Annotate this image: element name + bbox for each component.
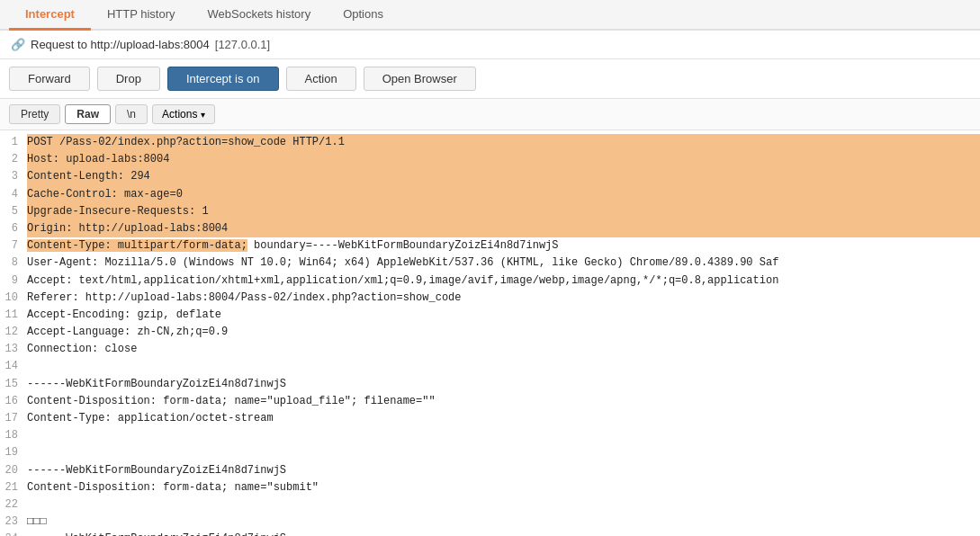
forward-button[interactable]: Forward [9, 67, 90, 91]
toolbar: Forward Drop Intercept is on Action Open… [0, 59, 980, 99]
line-number: 7 [0, 237, 27, 255]
line-content: Content-Type: application/octet-stream [27, 410, 980, 427]
line-number: 3 [0, 168, 27, 185]
line-number: 8 [0, 255, 27, 272]
line-content: ------WebKitFormBoundaryZoizEi4n8d7inwjS [27, 376, 980, 393]
info-ip: [127.0.0.1] [215, 38, 270, 51]
code-area: 1POST /Pass-02/index.php?action=show_cod… [0, 130, 980, 536]
line-content: POST /Pass-02/index.php?action=show_code… [27, 134, 980, 151]
ln-button[interactable]: \n [115, 104, 148, 124]
tab-intercept[interactable]: Intercept [9, 0, 91, 31]
line-number: 17 [0, 410, 27, 427]
line-content: Content-Disposition: form-data; name="up… [27, 393, 980, 410]
line-number: 9 [0, 272, 27, 290]
code-line-13: 13Connection: close [0, 341, 980, 358]
tab-websockets-history[interactable]: WebSockets history [192, 0, 328, 31]
line-content: ------WebKitFormBoundaryZoizEi4n8d7inwjS [27, 462, 980, 479]
line-number: 22 [0, 496, 27, 514]
info-bar: 🔗 Request to http://upload-labs:8004 [12… [0, 31, 980, 59]
code-line-23: 23□□□ [0, 514, 980, 531]
line-content: User-Agent: Mozilla/5.0 (Windows NT 10.0… [27, 255, 980, 272]
line-content: Connection: close [27, 341, 980, 358]
code-line-3: 3Content-Length: 294 [0, 168, 980, 185]
code-line-5: 5Upgrade-Insecure-Requests: 1 [0, 203, 980, 220]
line-content: Origin: http://upload-labs:8004 [27, 220, 980, 237]
code-line-15: 15------WebKitFormBoundaryZoizEi4n8d7inw… [0, 376, 980, 393]
code-line-1: 1POST /Pass-02/index.php?action=show_cod… [0, 134, 980, 151]
code-line-10: 10Referer: http://upload-labs:8004/Pass-… [0, 290, 980, 307]
line-number: 12 [0, 324, 27, 341]
line-content: Content-Length: 294 [27, 168, 980, 185]
drop-button[interactable]: Drop [97, 67, 160, 91]
code-line-19: 19 [0, 444, 980, 461]
line-content: Accept-Encoding: gzip, deflate [27, 307, 980, 324]
line-number: 21 [0, 479, 27, 496]
code-line-21: 21Content-Disposition: form-data; name="… [0, 479, 980, 496]
sub-toolbar: Pretty Raw \n Actions ▾ [0, 99, 980, 130]
code-line-7: 7Content-Type: multipart/form-data; boun… [0, 237, 980, 255]
line-content: ------WebKitFormBoundaryZoizEi4n8d7inwjS… [27, 531, 980, 536]
raw-button[interactable]: Raw [65, 104, 111, 124]
code-line-20: 20------WebKitFormBoundaryZoizEi4n8d7inw… [0, 462, 980, 479]
code-line-9: 9Accept: text/html,application/xhtml+xml… [0, 272, 980, 290]
line-number: 23 [0, 514, 27, 531]
line-number: 1 [0, 134, 27, 151]
line-number: 5 [0, 203, 27, 220]
line-content: Referer: http://upload-labs:8004/Pass-02… [27, 290, 980, 307]
line-number: 4 [0, 186, 27, 203]
line-number: 13 [0, 341, 27, 358]
info-text: Request to http://upload-labs:8004 [31, 38, 210, 51]
tab-http-history[interactable]: HTTP history [91, 0, 192, 31]
line-number: 18 [0, 427, 27, 444]
code-line-14: 14 [0, 358, 980, 375]
line-content: Accept-Language: zh-CN,zh;q=0.9 [27, 324, 980, 341]
code-line-8: 8User-Agent: Mozilla/5.0 (Windows NT 10.… [0, 255, 980, 272]
pretty-button[interactable]: Pretty [9, 104, 60, 124]
line-content: □□□ [27, 514, 980, 531]
line-number: 24 [0, 531, 27, 536]
open-browser-button[interactable]: Open Browser [364, 67, 476, 91]
line-number: 6 [0, 220, 27, 237]
code-line-16: 16Content-Disposition: form-data; name="… [0, 393, 980, 410]
code-line-2: 2Host: upload-labs:8004 [0, 151, 980, 168]
line-content: Cache-Control: max-age=0 [27, 186, 980, 203]
code-line-4: 4Cache-Control: max-age=0 [0, 186, 980, 203]
line-content: Content-Disposition: form-data; name="su… [27, 479, 980, 496]
code-line-17: 17Content-Type: application/octet-stream [0, 410, 980, 427]
code-line-24: 24------WebKitFormBoundaryZoizEi4n8d7inw… [0, 531, 980, 536]
tab-options[interactable]: Options [327, 0, 400, 31]
code-line-11: 11Accept-Encoding: gzip, deflate [0, 307, 980, 324]
line-number: 20 [0, 462, 27, 479]
code-line-6: 6Origin: http://upload-labs:8004 [0, 220, 980, 237]
line-number: 15 [0, 376, 27, 393]
code-line-12: 12Accept-Language: zh-CN,zh;q=0.9 [0, 324, 980, 341]
line-number: 10 [0, 290, 27, 307]
line-number: 2 [0, 151, 27, 168]
line-number: 19 [0, 444, 27, 461]
actions-button[interactable]: Actions ▾ [152, 104, 215, 124]
tabs-bar: InterceptHTTP historyWebSockets historyO… [0, 0, 980, 31]
line-content: Accept: text/html,application/xhtml+xml,… [27, 272, 980, 290]
line-number: 14 [0, 358, 27, 375]
chevron-down-icon: ▾ [201, 110, 205, 120]
line-content: Content-Type: multipart/form-data; bound… [27, 237, 980, 255]
line-content: Host: upload-labs:8004 [27, 151, 980, 168]
line-number: 11 [0, 307, 27, 324]
intercept-button[interactable]: Intercept is on [167, 67, 279, 91]
line-number: 16 [0, 393, 27, 410]
line-content: Upgrade-Insecure-Requests: 1 [27, 203, 980, 220]
actions-label: Actions [162, 108, 197, 121]
code-line-18: 18 [0, 427, 980, 444]
code-line-22: 22 [0, 496, 980, 514]
link-icon: 🔗 [11, 38, 25, 51]
action-button[interactable]: Action [286, 67, 356, 91]
